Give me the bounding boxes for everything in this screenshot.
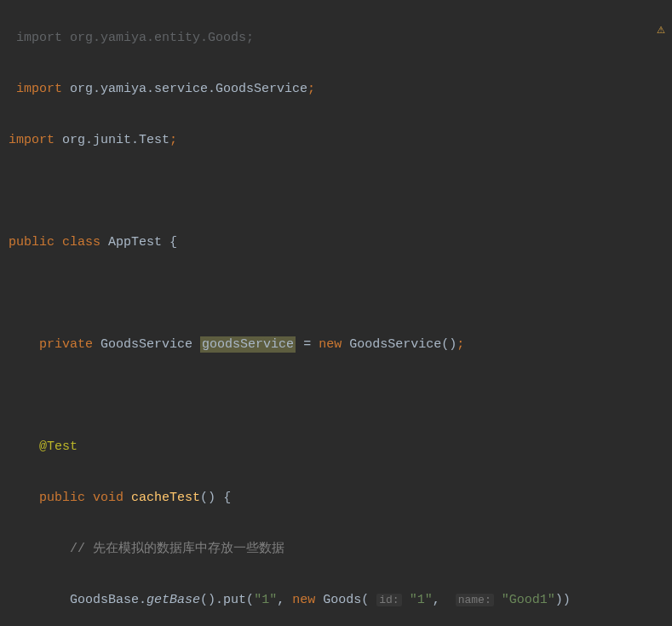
code-line: public void cacheTest() { [0,485,672,511]
param-hint-name: name: [456,594,494,606]
code-line: private GoodsService goodsService = new … [0,332,672,358]
param-hint-id: id: [376,594,401,606]
code-line: import org.junit.Test; [0,128,672,153]
code-line: import org.yamiya.service.GoodsService; [0,77,672,102]
highlighted-field: goodsService [200,336,296,353]
code-line: GoodsBase.getBase().put("1", new Goods( … [0,588,672,613]
code-line [0,383,672,409]
code-line: // 先在模拟的数据库中存放一些数据 [0,537,672,562]
warning-icon[interactable]: ⚠ [657,17,665,43]
code-line [0,281,672,307]
code-editor[interactable]: import org.yamiya.entity.Goods; import o… [0,0,672,626]
code-line: public class AppTest { [0,230,672,256]
code-line: @Test [0,434,672,460]
code-line: import org.yamiya.entity.Goods; [0,26,672,51]
code-line [0,179,672,204]
